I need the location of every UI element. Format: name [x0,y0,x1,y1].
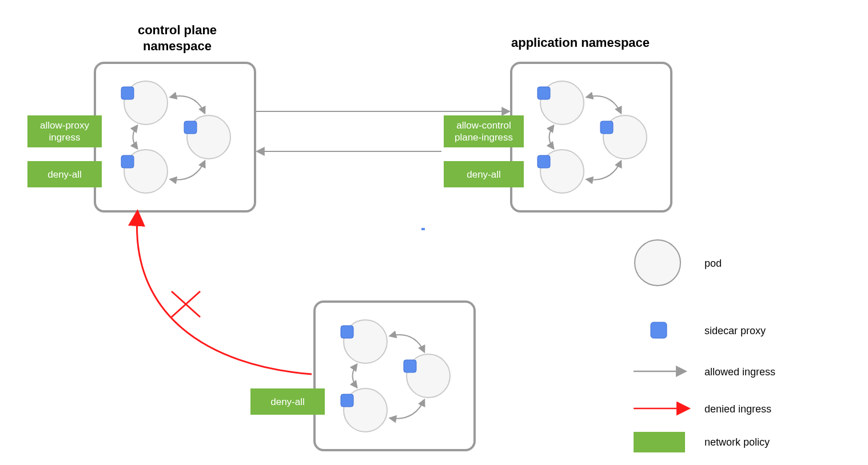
network-policy-icon [634,432,685,452]
control-plane-title-line2: namespace [143,39,212,53]
stray-pixel [421,228,425,230]
pod [341,388,387,432]
pod [600,115,647,159]
network-policy-allow-control-plane-ingress: allow-control plane-ingress [444,115,524,147]
network-policy-allow-proxy-ingress: allow-proxy ingress [27,115,102,147]
sidecar-proxy-icon [341,394,353,407]
pod [404,354,450,398]
svg-text:allow-proxy: allow-proxy [40,120,89,131]
svg-text:deny-all: deny-all [270,396,305,407]
legend-allowed: allowed ingress [634,366,775,378]
allowed-ingress-arrow [353,364,357,387]
legend-denied: denied ingress [634,403,771,415]
svg-text:ingress: ingress [49,132,81,143]
allowed-ingress-arrow [390,400,424,419]
svg-text:plane-ingress: plane-ingress [455,132,513,143]
control-plane-title-line1: control plane [138,23,217,37]
svg-text:deny-all: deny-all [467,169,501,180]
svg-text:denied ingress: denied ingress [704,403,771,415]
legend: pod sidecar proxy allowed ingress denied… [634,240,775,452]
diagram-canvas: control plane namespace allow-proxy ingr… [0,0,868,465]
svg-text:sidecar proxy: sidecar proxy [704,325,766,336]
allowed-ingress-arrow [550,126,554,149]
pod [537,81,584,125]
pod [184,115,230,159]
allowed-ingress-arrow [170,161,205,180]
svg-text:allowed ingress: allowed ingress [704,366,775,378]
svg-text:allow-control: allow-control [456,120,511,131]
pod [537,150,584,193]
legend-policy: network policy [634,432,770,452]
sidecar-proxy-icon [184,121,197,134]
application-namespace: application namespace allow-control plan… [444,35,671,211]
application-title: application namespace [511,35,650,50]
sidecar-proxy-icon [537,87,550,99]
network-policy-deny-all: deny-all [444,161,524,187]
allowed-ingress-arrow [587,96,621,113]
sidecar-proxy-icon [651,322,667,338]
sidecar-proxy-icon [404,360,416,372]
legend-pod: pod [635,240,722,286]
legend-sidecar: sidecar proxy [651,322,766,338]
allowed-ingress-arrow [390,335,424,352]
pod [121,81,168,125]
network-policy-deny-all: deny-all [27,161,102,187]
pod [341,320,387,363]
pod-icon [635,240,680,286]
sidecar-proxy-icon [121,155,134,168]
allowed-ingress-arrow [587,161,621,180]
svg-text:network policy: network policy [704,436,770,448]
sidecar-proxy-icon [537,155,550,168]
svg-text:pod: pod [704,258,722,269]
allowed-ingress-arrow [170,96,205,113]
sidecar-proxy-icon [600,121,613,134]
allowed-ingress-arrow [133,126,138,149]
network-policy-deny-all: deny-all [250,388,325,415]
sidecar-proxy-icon [341,326,353,338]
control-plane-namespace: control plane namespace allow-proxy ingr… [27,23,255,211]
unmeshed-namespace: deny-all [250,302,475,450]
pod [121,150,168,193]
denied-ingress-arrow [137,216,312,374]
sidecar-proxy-icon [121,87,134,99]
svg-text:deny-all: deny-all [47,169,82,180]
